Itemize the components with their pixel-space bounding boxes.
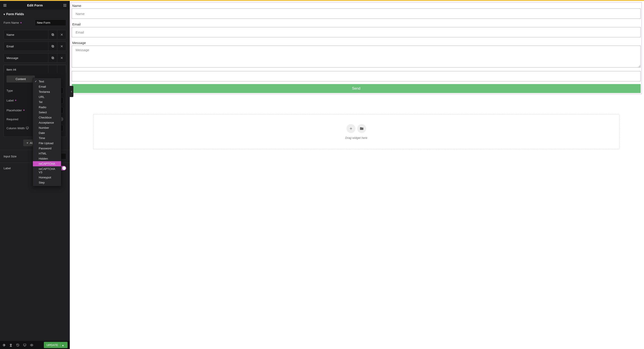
field-label-name: Name [72,4,641,7]
duplicate-icon[interactable] [48,65,57,74]
type-option-checkbox[interactable]: Checkbox [33,115,61,120]
form-name-row: Form Name ✦ [0,18,70,29]
preview-canvas: Name Email Message Send Drag widg [70,1,644,349]
widget-drop-zone[interactable]: Drag widget here [93,114,620,149]
type-option-file-upload[interactable]: File Upload [33,141,61,146]
ai-sparkle-icon[interactable]: ✦ [14,99,17,102]
name-input[interactable] [72,8,641,19]
type-option-url[interactable]: URL [33,94,61,99]
drop-zone-icons [346,124,366,133]
svg-rect-12 [52,34,54,36]
caret-down-icon [4,12,5,16]
type-option-radio[interactable]: Radio [33,105,61,110]
svg-point-11 [66,6,66,7]
type-option-html[interactable]: HTML [33,151,61,156]
field-list: Name Email Message Item #4 [0,29,70,75]
form-widget[interactable]: Name Email Message Send [71,2,642,94]
svg-point-10 [65,6,65,7]
footer-tools [2,344,33,347]
field-item-email[interactable]: Email [4,41,66,51]
responsive-icon[interactable] [26,127,29,130]
type-option-step[interactable]: Step [33,180,61,185]
type-option-acceptance[interactable]: Acceptance [33,120,61,125]
svg-rect-27 [24,344,26,346]
svg-rect-17 [52,45,53,47]
update-button[interactable]: UPDATE ▴ [44,342,68,348]
field-label-message: Message [72,41,641,45]
svg-rect-16 [52,46,54,47]
svg-point-5 [66,4,66,5]
collapse-panel-handle[interactable] [70,86,73,97]
panel-title: Edit Form [27,3,43,7]
responsive-mode-icon[interactable] [23,344,26,347]
section-form-fields[interactable]: Form Fields [0,9,70,18]
type-option-honeypot[interactable]: Honeypot [33,175,61,180]
type-option-time[interactable]: Time [33,135,61,141]
plus-icon: ＋ [26,141,29,145]
submit-button[interactable]: Send [72,84,641,93]
message-textarea[interactable] [72,46,641,67]
folder-icon[interactable] [357,124,366,133]
type-option-textarea[interactable]: Textarea [33,89,61,94]
svg-rect-21 [52,57,53,58]
duplicate-icon[interactable] [48,53,57,62]
form-name-input[interactable] [35,19,66,26]
svg-rect-13 [52,33,53,35]
section-title-text: Form Fields [6,12,24,16]
type-option-hidden[interactable]: Hidden [33,156,61,161]
ai-sparkle-icon[interactable]: ✦ [23,109,25,112]
tab-content[interactable]: Content [6,75,35,82]
svg-point-6 [64,5,64,5]
close-icon[interactable] [57,65,66,74]
type-option-text[interactable]: Text [33,79,61,84]
settings-icon[interactable] [2,344,6,347]
app-root: Edit Form Form Fields Form Name ✦ Name [0,1,644,349]
form-name-label: Form Name ✦ [4,21,22,24]
svg-rect-2 [3,6,6,6]
editor-panel: Edit Form Form Fields Form Name ✦ Name [0,1,70,349]
type-option-select[interactable]: Select [33,110,61,115]
field-item-message[interactable]: Message [4,53,66,63]
type-option-recaptcha-v3[interactable]: reCAPTCHA V3 [33,166,61,175]
field-item-name[interactable]: Name [4,30,66,39]
svg-rect-0 [3,4,6,4]
svg-point-4 [65,4,65,5]
duplicate-icon[interactable] [48,42,57,51]
svg-point-30 [31,345,32,346]
type-dropdown[interactable]: TextEmailTextareaURLTelRadioSelectCheckb… [33,78,61,186]
type-option-number[interactable]: Number [33,125,61,130]
drop-zone-text: Drag widget here [345,136,367,139]
close-icon[interactable] [57,42,66,51]
svg-point-9 [64,6,64,7]
menu-icon[interactable] [2,1,8,9]
type-option-tel[interactable]: Tel [33,99,61,105]
svg-rect-20 [52,57,54,59]
field-label-email: Email [72,22,641,26]
svg-point-7 [65,5,65,5]
type-option-email[interactable]: Email [33,84,61,89]
navigator-icon[interactable] [9,344,12,347]
ai-sparkle-icon[interactable]: ✦ [20,21,22,24]
svg-point-8 [66,5,66,5]
type-option-recaptcha[interactable]: reCAPTCHA [33,161,61,166]
svg-point-3 [64,4,64,5]
type-option-date[interactable]: Date [33,130,61,135]
chevron-up-icon[interactable]: ▴ [60,344,65,347]
close-icon[interactable] [57,53,66,62]
close-icon[interactable] [57,30,66,39]
duplicate-icon[interactable] [48,30,57,39]
widgets-grid-icon[interactable] [62,1,68,9]
history-icon[interactable] [16,344,20,347]
email-input[interactable] [72,27,641,37]
panel-header: Edit Form [0,1,70,9]
preview-icon[interactable] [30,344,33,347]
item4-input[interactable] [72,71,641,81]
svg-rect-24 [26,127,28,129]
svg-rect-1 [3,5,6,5]
add-widget-icon[interactable] [346,124,356,133]
panel-footer: UPDATE ▴ [0,341,70,349]
type-option-password[interactable]: Password [33,146,61,151]
